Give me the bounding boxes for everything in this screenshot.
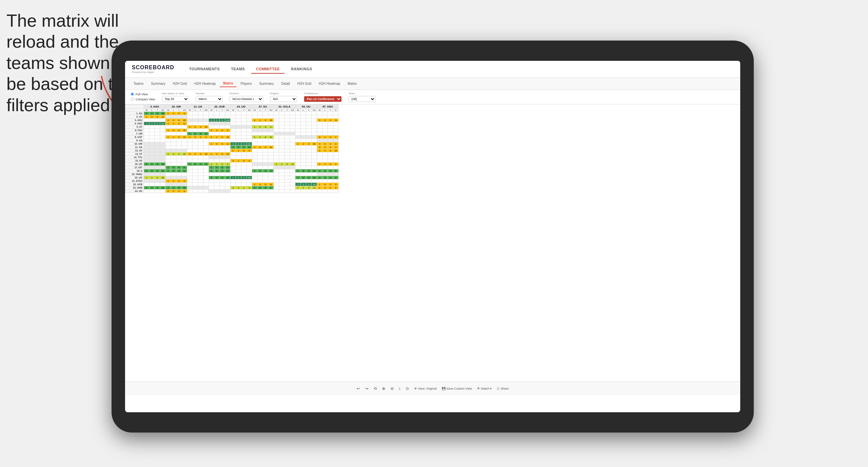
full-view-radio[interactable]: Full View [130, 92, 155, 96]
matrix-cell-empty [247, 152, 252, 156]
subnav-summary2[interactable]: Summary [256, 80, 277, 87]
matrix-container[interactable]: 3. ASU 10. UW 11. UA 22. UCB 24. UO 27. … [125, 104, 740, 382]
redo-btn[interactable]: ↪ [365, 386, 368, 391]
matrix-cell-empty [285, 149, 290, 152]
subnav-detail[interactable]: Detail [278, 80, 293, 87]
matrix-cell: 0 [231, 159, 236, 163]
matrix-cell-empty [274, 115, 279, 119]
nav-committee[interactable]: COMMITTEE [251, 65, 285, 74]
nav-rankings[interactable]: RANKINGS [286, 65, 317, 74]
matrix-cell: 0 [155, 176, 160, 179]
matrix-cell: 48 [247, 176, 252, 179]
matrix-cell-empty [176, 159, 182, 163]
matrix-cell-empty [160, 142, 166, 146]
table-row: 5. UT014351102 [125, 125, 339, 129]
watch-btn[interactable]: 👁 Watch ▾ [477, 387, 492, 390]
matrix-cell: 0 [214, 119, 220, 122]
matrix-cell-empty [274, 176, 279, 179]
save-custom-btn[interactable]: 💾 Save Custom View [442, 387, 472, 390]
subnav-h2h-heatmap[interactable]: H2H Heatmap [191, 80, 219, 87]
matrix-cell: 0 [263, 119, 268, 122]
subnav-h2h-heatmap2[interactable]: H2H Heatmap [315, 80, 343, 87]
table-row: 19. TAMU [125, 173, 339, 176]
matrix-cell-empty [252, 115, 258, 119]
settings-btn[interactable]: ⊙ [406, 386, 409, 391]
zoom-out-btn[interactable]: ⊖ [390, 386, 394, 391]
subnav-h2h-grid[interactable]: H2H Grid [169, 80, 190, 87]
matrix-cell-empty [312, 179, 317, 183]
matrix-cell-empty [252, 112, 258, 115]
matrix-cell-empty [285, 173, 290, 176]
matrix-cell-empty [258, 139, 263, 142]
matrix-cell-empty [214, 186, 220, 190]
subnav-summary[interactable]: Summary [147, 80, 169, 87]
matrix-cell-empty [203, 173, 209, 176]
matrix-cell-empty [198, 115, 203, 119]
subnav-h2h-grid2[interactable]: H2H Grid [294, 80, 315, 87]
matrix-cell-empty [279, 132, 285, 136]
subnav-matrix[interactable]: Matrix [220, 80, 236, 87]
matrix-cell-empty [285, 159, 290, 163]
share-btn[interactable]: ⟨⟩ Share [497, 387, 509, 390]
subnav-matrix2[interactable]: Matrix [344, 80, 360, 87]
matrix-cell-empty [322, 132, 328, 136]
compact-view-radio[interactable]: Compact View [130, 97, 155, 101]
region-select[interactable]: N/A Northeast South West [270, 96, 297, 102]
matrix-cell-empty [241, 173, 247, 176]
matrix-cell-empty [312, 136, 317, 139]
matrix-cell-empty [187, 115, 193, 119]
matrix-cell-empty [220, 190, 225, 193]
subnav-players[interactable]: Players [237, 80, 255, 87]
division-select[interactable]: NCAA Division I NCAA Division II NCAA Di… [230, 96, 263, 102]
matrix-cell-empty [290, 156, 295, 159]
matrix-cell: 5 [322, 142, 328, 146]
matrix-cell-empty [333, 112, 339, 115]
matrix-cell-empty [166, 159, 171, 163]
nav-tournaments[interactable]: TOURNAMENTS [185, 65, 225, 74]
row-label: 18. U [125, 169, 144, 173]
logo-subtitle: Powered by clippd [132, 71, 174, 74]
matrix-cell: 0 [263, 125, 268, 129]
matrix-cell-empty [160, 136, 166, 139]
matrix-cell-empty [236, 119, 241, 122]
matrix-cell: 0 [155, 186, 160, 190]
view-original-btn[interactable]: 👁 View: Original [414, 387, 437, 390]
matrix-cell-empty [312, 125, 317, 129]
team-select[interactable]: (All) [348, 96, 376, 102]
matrix-cell-empty [182, 173, 187, 176]
max-teams-select[interactable]: Top 25 Top 50 All [162, 96, 189, 102]
matrix-cell: 0 [328, 149, 333, 152]
matrix-cell-empty [144, 125, 149, 129]
matrix-cell-empty [301, 152, 306, 156]
matrix-cell: 13 [312, 176, 317, 179]
matrix-cell: 1 [209, 142, 214, 146]
refresh-btn[interactable]: ⟲ [373, 386, 377, 391]
matrix-cell-empty [274, 119, 279, 122]
matrix-cell: 4 [171, 129, 176, 132]
row-label: 4. UNC [125, 122, 144, 125]
matrix-cell: 1 [252, 125, 258, 129]
conference-select[interactable]: Pac-12 Conference (All) ACC SEC [304, 96, 342, 102]
undo-btn[interactable]: ↩ [357, 386, 360, 391]
matrix-cell-empty [274, 136, 279, 139]
matrix-cell-empty [322, 152, 328, 156]
matrix-cell-empty [306, 125, 312, 129]
matrix-cell-empty [306, 179, 312, 183]
matrix-cell-empty [220, 186, 225, 190]
zoom-in-btn[interactable]: ⊕ [382, 386, 385, 391]
matrix-cell: 0 [182, 112, 187, 115]
gender-select[interactable]: Men's Women's [196, 96, 223, 102]
matrix-cell-empty [176, 149, 182, 152]
matrix-cell: 0 [155, 122, 160, 125]
matrix-cell-empty [322, 156, 328, 159]
region-filter: Region N/A Northeast South West [270, 92, 297, 102]
matrix-cell-empty [149, 149, 155, 152]
matrix-cell-empty [301, 119, 306, 122]
matrix-cell: 0 [182, 190, 187, 193]
nav-teams[interactable]: TEAMS [226, 65, 249, 74]
matrix-cell-empty [279, 119, 285, 122]
subnav-teams[interactable]: Teams [130, 80, 147, 87]
matrix-cell: 40 [268, 146, 274, 149]
matrix-cell-empty [220, 139, 225, 142]
matrix-cell: 0 [182, 179, 187, 183]
